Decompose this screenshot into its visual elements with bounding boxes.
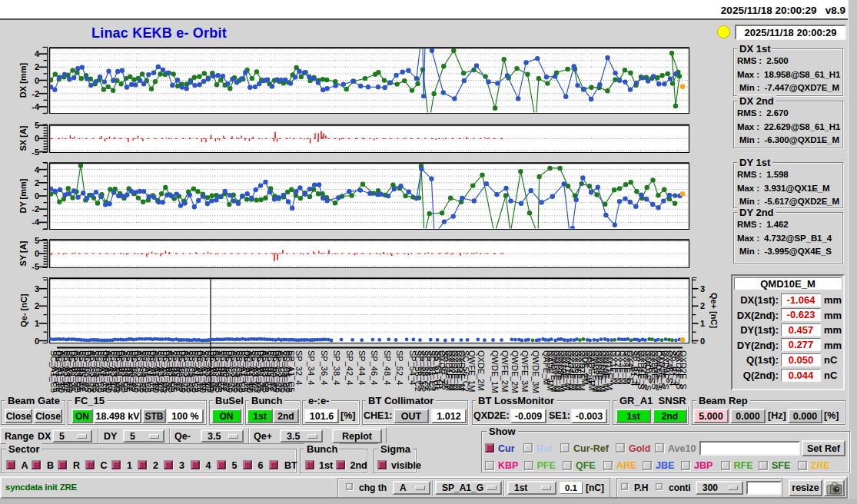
svg-text:1: 1 (700, 319, 705, 328)
svg-text:SX [A]: SX [A] (18, 125, 28, 151)
svg-text:SP_42_4: SP_42_4 (345, 350, 354, 385)
svg-text:2: 2 (35, 301, 39, 310)
svg-text:SP_36_4: SP_36_4 (320, 350, 329, 385)
svg-text:-4: -4 (32, 217, 40, 227)
svg-text:2: 2 (35, 178, 39, 187)
svg-text:0: 0 (35, 249, 39, 258)
svg-text:-5: -5 (32, 262, 39, 271)
svg-text:1: 1 (35, 319, 39, 328)
svg-text:QWFE_3M: QWFE_3M (520, 350, 530, 392)
svg-text:-5: -5 (32, 148, 39, 157)
svg-text:QWFE_1M: QWFE_1M (467, 350, 477, 392)
svg-text:2: 2 (700, 301, 705, 310)
svg-text:4: 4 (35, 49, 40, 58)
svg-text:5: 5 (35, 236, 39, 245)
svg-text:DY [mm]: DY [mm] (18, 178, 28, 213)
svg-text:QWDE_3M: QWDE_3M (531, 350, 540, 393)
svg-text:SP_34_4: SP_34_4 (307, 350, 316, 385)
svg-text:0: 0 (700, 337, 705, 346)
svg-text:SP_46_4: SP_46_4 (370, 350, 379, 385)
svg-text:Qe- [nC]: Qe- [nC] (19, 293, 28, 327)
svg-text:SP_38_4: SP_38_4 (332, 350, 341, 385)
svg-text:5: 5 (35, 121, 39, 130)
svg-text:SP_48_4: SP_48_4 (383, 350, 392, 385)
svg-text:3: 3 (35, 284, 39, 293)
svg-text:SY [A]: SY [A] (18, 240, 28, 266)
svg-text:SP_32_4: SP_32_4 (294, 350, 304, 385)
svg-text:QXDE_2M: QXDE_2M (477, 350, 486, 391)
svg-text:0: 0 (35, 191, 39, 201)
svg-text:-4: -4 (32, 102, 40, 111)
svg-text:DX [mm]: DX [mm] (18, 63, 28, 98)
svg-text:2: 2 (35, 62, 39, 71)
svg-text:QWDE_1M: QWDE_1M (490, 350, 500, 393)
svg-text:SP_52_4: SP_52_4 (395, 350, 404, 385)
svg-text:QXD2E_S: QXD2E_S (679, 350, 688, 390)
svg-text:Qe+ [nC]: Qe+ [nC] (709, 293, 719, 328)
svg-text:0: 0 (35, 337, 39, 346)
svg-text:0: 0 (35, 76, 39, 85)
svg-text:4: 4 (35, 165, 40, 174)
svg-text:SP_44_4: SP_44_4 (357, 350, 367, 385)
svg-text:3: 3 (700, 284, 705, 293)
svg-text:QWFE_2M: QWFE_2M (500, 350, 510, 392)
svg-text:-2: -2 (32, 89, 39, 98)
svg-text:QWDE_2M: QWDE_2M (510, 350, 520, 393)
svg-text:-2: -2 (32, 204, 39, 214)
svg-text:0: 0 (35, 134, 39, 143)
